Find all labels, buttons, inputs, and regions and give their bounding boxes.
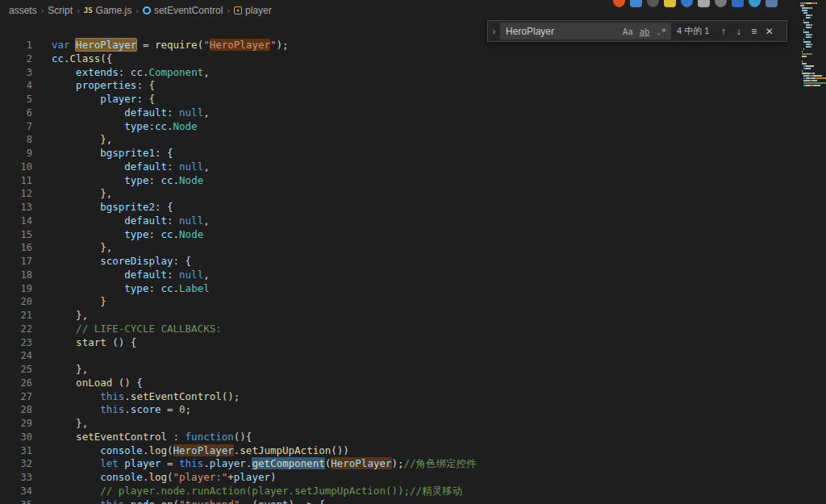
breadcrumb-item-assets[interactable]: assets xyxy=(8,5,38,16)
line-number[interactable]: 8 xyxy=(0,133,32,147)
line-number[interactable]: 20 xyxy=(0,295,32,309)
code-line[interactable]: 29 }, xyxy=(0,417,799,431)
code-token: null xyxy=(179,215,203,227)
line-number[interactable]: 28 xyxy=(0,403,32,417)
code-line[interactable]: 28 this.score = 0; xyxy=(0,403,799,417)
code-line[interactable]: 19 type: cc.Label xyxy=(0,282,799,296)
code-line[interactable]: 15 type: cc.Node xyxy=(0,228,799,242)
toolbar-icon-fragment[interactable] xyxy=(698,0,710,7)
line-number[interactable]: 18 xyxy=(0,269,32,282)
code-line[interactable]: 11 type: cc.Node xyxy=(0,174,799,188)
line-number[interactable]: 7 xyxy=(0,120,32,134)
line-number[interactable]: 10 xyxy=(0,160,32,174)
code-line[interactable]: 34 // player.node.runAction(player.setJu… xyxy=(0,485,799,498)
line-number[interactable]: 14 xyxy=(0,215,32,228)
line-number[interactable]: 27 xyxy=(0,390,32,404)
regex-button[interactable]: .* xyxy=(653,26,669,37)
line-number[interactable]: 31 xyxy=(0,444,32,458)
code-line[interactable]: 24 xyxy=(0,349,799,363)
code-line[interactable]: 7 type:cc.Node xyxy=(0,120,799,134)
line-number[interactable]: 25 xyxy=(0,363,32,377)
line-number[interactable]: 22 xyxy=(0,323,32,336)
line-number[interactable]: 23 xyxy=(0,336,32,350)
code-token: Node xyxy=(179,228,203,240)
toolbar-icon-fragment[interactable] xyxy=(664,0,676,7)
toolbar-icon-fragment[interactable] xyxy=(613,0,625,7)
code-line[interactable]: 16 }, xyxy=(0,241,799,255)
toolbar-icon-fragment[interactable] xyxy=(749,0,761,7)
line-number[interactable]: 11 xyxy=(0,174,32,188)
code-line[interactable]: 2cc.Class({ xyxy=(0,52,799,66)
toolbar-icon-fragment[interactable] xyxy=(732,0,744,7)
code-line[interactable]: 4 properties: { xyxy=(0,79,799,93)
code-line[interactable]: 21 }, xyxy=(0,309,799,323)
line-number[interactable]: 12 xyxy=(0,187,32,201)
line-number[interactable]: 2 xyxy=(0,52,32,66)
code-line[interactable]: 10 default: null, xyxy=(0,160,799,174)
code-line[interactable]: 32 let player = this.player.getComponent… xyxy=(0,457,799,471)
code-token: = xyxy=(161,403,180,415)
code-line[interactable]: 5 player: { xyxy=(0,93,799,106)
line-number[interactable]: 15 xyxy=(0,228,32,242)
whole-word-button[interactable]: ab xyxy=(637,26,653,37)
match-case-button[interactable]: Aa xyxy=(620,26,636,37)
code-line[interactable]: 3 extends: cc.Component, xyxy=(0,66,799,80)
code-token: start xyxy=(76,336,106,348)
code-line[interactable]: 14 default: null, xyxy=(0,215,799,228)
toggle-replace-button[interactable]: › xyxy=(488,21,500,41)
line-number[interactable]: 24 xyxy=(0,349,32,363)
line-number[interactable]: 13 xyxy=(0,201,32,215)
breadcrumb-item-seteventcontrol[interactable]: setEventControl xyxy=(142,5,223,16)
code-line[interactable]: 30 setEventControl : function(){ xyxy=(0,431,799,444)
line-number[interactable]: 34 xyxy=(0,485,32,498)
breadcrumb-item-game-js[interactable]: JSGame.js xyxy=(83,5,133,16)
find-in-selection-button[interactable]: ≡ xyxy=(746,23,761,39)
code-line[interactable]: 35 this.node.on("touchend", (event) => { xyxy=(0,498,799,504)
line-number[interactable]: 29 xyxy=(0,417,32,431)
code-editor[interactable]: 1var HeroPlayer = require("HeroPlayer");… xyxy=(0,21,799,504)
line-number[interactable]: 35 xyxy=(0,498,32,504)
line-number[interactable]: 26 xyxy=(0,377,32,390)
line-number[interactable]: 3 xyxy=(0,66,32,80)
line-number[interactable]: 9 xyxy=(0,147,32,160)
code-line[interactable]: 18 default: null, xyxy=(0,269,799,282)
code-line[interactable]: 20 } xyxy=(0,295,799,309)
line-number[interactable]: 6 xyxy=(0,106,32,120)
code-line[interactable]: 26 onLoad () { xyxy=(0,377,799,390)
line-number[interactable]: 16 xyxy=(0,241,32,255)
code-line[interactable]: 9 bgsprite1: { xyxy=(0,147,799,160)
breadcrumb-item-player[interactable]: player xyxy=(233,5,273,16)
line-number[interactable]: 17 xyxy=(0,255,32,269)
line-number[interactable]: 1 xyxy=(0,39,32,52)
toolbar-icon-fragment[interactable] xyxy=(647,0,659,7)
code-line[interactable]: 17 scoreDisplay: { xyxy=(0,255,799,269)
previous-match-button[interactable]: ↑ xyxy=(715,23,731,39)
line-number[interactable]: 5 xyxy=(0,93,32,106)
toolbar-icon-fragment[interactable] xyxy=(681,0,693,7)
find-input[interactable]: HeroPlayer Aa ab .* xyxy=(500,23,671,40)
toolbar-icon-fragment[interactable] xyxy=(766,0,778,7)
line-number[interactable]: 30 xyxy=(0,431,32,444)
code-line[interactable]: 25 }, xyxy=(0,363,799,377)
next-match-button[interactable]: ↓ xyxy=(731,23,746,39)
toolbar-icon-fragment[interactable] xyxy=(715,0,727,7)
code-line-content: type: cc.Node xyxy=(32,174,203,188)
code-line[interactable]: 22 // LIFE-CYCLE CALLBACKS: xyxy=(0,323,799,336)
code-line[interactable]: 8 }, xyxy=(0,133,799,147)
line-number[interactable]: 19 xyxy=(0,282,32,296)
line-number[interactable]: 32 xyxy=(0,457,32,471)
line-number[interactable]: 33 xyxy=(0,471,32,485)
code-line[interactable]: 12 }, xyxy=(0,187,799,201)
code-line[interactable]: 31 console.log(HeroPlayer.setJumpUpActio… xyxy=(0,444,799,458)
close-find-button[interactable]: ✕ xyxy=(761,23,777,39)
toolbar-icon-fragment[interactable] xyxy=(630,0,642,7)
line-number[interactable]: 21 xyxy=(0,309,32,323)
minimap[interactable] xyxy=(799,0,826,504)
code-line[interactable]: 23 start () { xyxy=(0,336,799,350)
breadcrumb-item-script[interactable]: Script xyxy=(47,5,73,16)
code-line[interactable]: 33 console.log("player:"+player) xyxy=(0,471,799,485)
line-number[interactable]: 4 xyxy=(0,79,32,93)
code-line[interactable]: 27 this.setEventControl(); xyxy=(0,390,799,404)
code-line[interactable]: 6 default: null, xyxy=(0,106,799,120)
code-line[interactable]: 13 bgsprite2: { xyxy=(0,201,799,215)
